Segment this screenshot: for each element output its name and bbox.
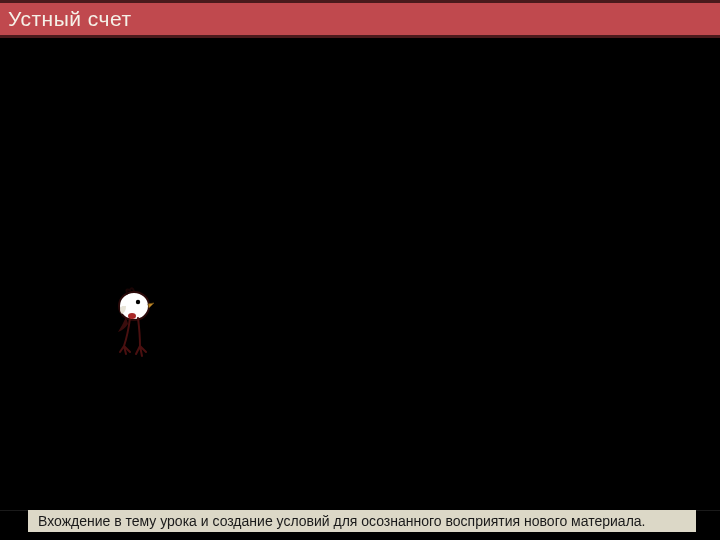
cartoon-character-icon xyxy=(104,284,164,362)
slide-title: Устный счет xyxy=(8,7,132,31)
slide-footer: Вхождение в тему урока и создание услови… xyxy=(0,510,720,540)
footer-caption-strip: Вхождение в тему урока и создание услови… xyxy=(28,510,696,532)
slide-body xyxy=(0,38,720,510)
footer-caption-text: Вхождение в тему урока и создание услови… xyxy=(38,513,646,529)
svg-point-2 xyxy=(136,300,140,304)
slide-header: Устный счет xyxy=(0,0,720,38)
svg-point-3 xyxy=(128,313,136,319)
